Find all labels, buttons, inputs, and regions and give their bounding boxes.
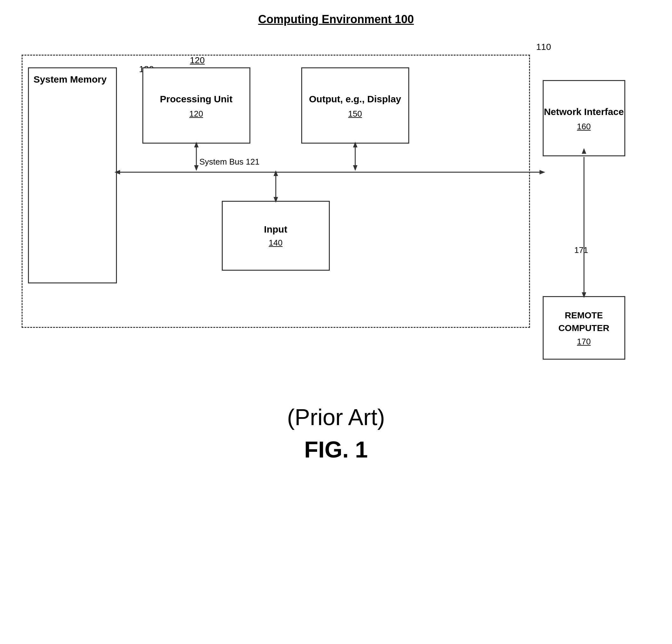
prior-art-label: (Prior Art) bbox=[287, 404, 385, 430]
processing-unit-box: Processing Unit 120 bbox=[142, 67, 250, 144]
network-interface-label: Network Interface bbox=[544, 105, 624, 119]
processing-unit-label: Processing Unit bbox=[160, 93, 232, 106]
input-box: Input 140 bbox=[222, 201, 330, 271]
network-interface-box: Network Interface 160 bbox=[543, 80, 625, 156]
output-display-label: Output, e.g., Display bbox=[309, 93, 401, 106]
svg-marker-5 bbox=[540, 170, 545, 175]
page-title: Computing Environment 100 bbox=[258, 13, 414, 26]
system-memory-box: System Memory bbox=[28, 67, 117, 283]
input-ref: 140 bbox=[269, 238, 283, 248]
output-display-ref: 150 bbox=[348, 109, 362, 119]
connection-ref-171: 171 bbox=[574, 245, 588, 255]
ref-110: 110 bbox=[536, 42, 551, 52]
input-label: Input bbox=[264, 224, 287, 235]
remote-computer-label: REMOTE COMPUTER bbox=[544, 309, 624, 334]
processing-unit-ref: 120 bbox=[189, 109, 203, 119]
network-interface-ref: 160 bbox=[577, 122, 591, 132]
system-memory-label: System Memory bbox=[34, 73, 107, 85]
remote-computer-ref: 170 bbox=[577, 337, 591, 347]
ref-120-top: 120 bbox=[190, 55, 205, 65]
system-bus-label: System Bus 121 bbox=[200, 157, 260, 167]
fig-label: FIG. 1 bbox=[287, 437, 385, 463]
remote-computer-box: REMOTE COMPUTER 170 bbox=[543, 296, 625, 360]
output-display-box: Output, e.g., Display 150 bbox=[301, 67, 409, 144]
